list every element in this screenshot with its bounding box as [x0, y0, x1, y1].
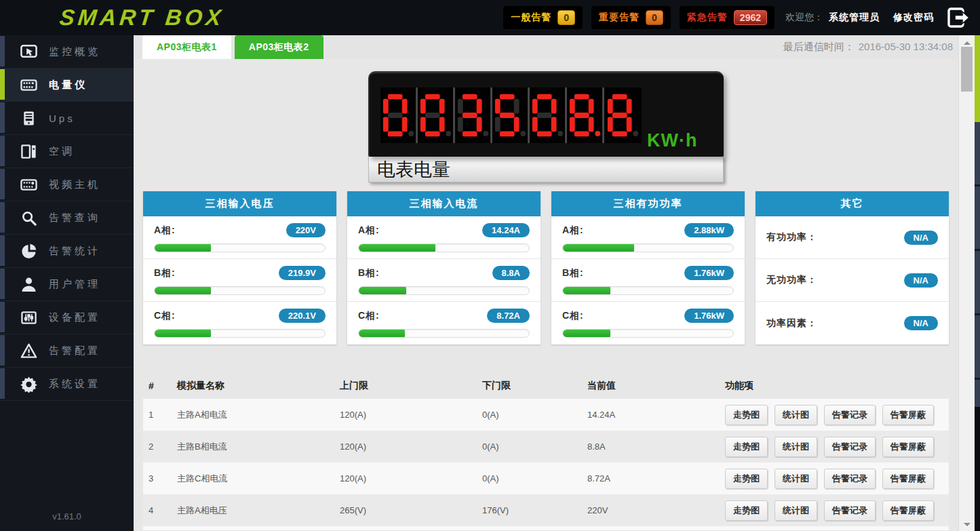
pie-chart-icon	[20, 243, 37, 260]
value-badge: N/A	[904, 316, 938, 330]
gauge-fill	[359, 287, 406, 294]
sidebar-item-label: Ups	[49, 113, 75, 124]
gauge-track	[154, 329, 326, 338]
stats-chart-button[interactable]: 统计图	[775, 405, 817, 425]
metric-row: 无功功率： N/A	[756, 259, 949, 302]
alarm-mask-button[interactable]: 告警屏蔽	[882, 469, 934, 489]
trend-chart-button[interactable]: 走势图	[725, 437, 768, 457]
air-conditioner-icon	[20, 143, 37, 160]
tab-meter2[interactable]: AP03柜电表2	[235, 35, 324, 59]
stats-chart-button[interactable]: 统计图	[775, 437, 817, 457]
value-badge: 1.76kW	[684, 266, 734, 280]
scrollbar-thumb[interactable]	[961, 47, 973, 92]
gauge-fill	[563, 330, 610, 337]
gauge-track	[358, 286, 530, 295]
metric-label: 有功功率：	[766, 231, 817, 243]
sidebar-item-monitor-overview[interactable]: 监控概览	[0, 35, 134, 68]
column-header: 功能项	[725, 380, 943, 392]
meter-digit	[492, 87, 530, 143]
cell-upper-limit: 120(A)	[340, 473, 482, 484]
stats-chart-button[interactable]: 统计图	[775, 500, 817, 521]
sidebar-item-ups[interactable]: Ups	[0, 102, 134, 135]
active-indicator-strip	[0, 202, 5, 233]
alarm-indicator-general[interactable]: 一般告警 0	[503, 6, 583, 29]
alarm-label: 重要告警	[599, 12, 640, 24]
value-badge: N/A	[904, 273, 938, 288]
sidebar-item-alarm-config[interactable]: 告警配置	[0, 334, 134, 368]
alarm-mask-button[interactable]: 告警屏蔽	[882, 437, 934, 457]
gauge-track	[154, 286, 326, 295]
column-header: 模拟量名称	[177, 380, 340, 392]
logout-button[interactable]	[947, 7, 971, 28]
stats-chart-button[interactable]: 统计图	[775, 469, 817, 489]
gauge-track	[154, 243, 326, 252]
phase-label: A相:	[154, 224, 176, 237]
alarm-mask-button[interactable]: 告警屏蔽	[882, 500, 934, 521]
power-meter-icon	[20, 77, 37, 94]
change-password-link[interactable]: 修改密码	[893, 12, 934, 24]
sidebar-item-video-host[interactable]: 视频主机	[0, 168, 134, 201]
sidebar-item-alarm-query[interactable]: 告警查询	[0, 201, 134, 235]
phase-row: B相: 219.9V	[143, 259, 336, 302]
sidebar-item-air-conditioner[interactable]: 空调	[0, 135, 134, 168]
alarm-record-button[interactable]: 告警记录	[824, 500, 876, 521]
gauge-fill	[155, 244, 211, 252]
sidebar-item-device-config[interactable]: 设备配置	[0, 301, 134, 334]
alarm-record-button[interactable]: 告警记录	[824, 437, 876, 457]
sidebar-item-user-management[interactable]: 用户管理	[0, 268, 134, 301]
meter-label: 电表电量	[368, 157, 724, 182]
gauge-fill	[563, 244, 634, 252]
table-row: 4 主路A相电压 265(V) 176(V) 220V 走势图统计图告警记录告警…	[143, 494, 949, 526]
trend-chart-button[interactable]: 走势图	[725, 405, 768, 425]
meter-digit	[530, 87, 567, 143]
vertical-scrollbar[interactable]	[958, 35, 975, 531]
alarm-record-button[interactable]: 告警记录	[824, 405, 876, 425]
alarm-mask-button[interactable]: 告警屏蔽	[882, 405, 934, 425]
main-area: AP03柜电表1AP03柜电表2 最后通信时间：2016-05-30 13:34…	[134, 35, 958, 531]
metric-row: 有功功率： N/A	[756, 216, 949, 259]
meter-digit	[567, 87, 604, 143]
gauge-track	[562, 243, 734, 252]
phase-label: C相:	[562, 310, 584, 322]
alarm-indicator-important[interactable]: 重要告警 0	[591, 6, 671, 29]
meter-digits	[380, 87, 642, 143]
right-edge-strip	[975, 35, 980, 531]
cell-index: 3	[149, 473, 177, 484]
active-indicator-strip	[0, 36, 5, 66]
active-indicator-strip	[0, 269, 5, 299]
cell-lower-limit: 0(A)	[482, 441, 587, 452]
monitor-overview-icon	[20, 43, 37, 60]
value-badge: 1.76kW	[684, 309, 734, 323]
table-rows: 1 主路A相电流 120(A) 0(A) 14.24A 走势图统计图告警记录告警…	[143, 399, 949, 526]
phase-row: C相: 8.72A	[347, 302, 541, 345]
sidebar-item-alarm-statistics[interactable]: 告警统计	[0, 235, 134, 268]
tab-bar: AP03柜电表1AP03柜电表2 最后通信时间：2016-05-30 13:34…	[134, 35, 958, 59]
cell-name: 主路A相电流	[177, 409, 340, 421]
sidebar-item-system-settings[interactable]: 系统设置	[0, 368, 134, 401]
alarm-indicator-critical[interactable]: 紧急告警 2962	[680, 6, 775, 29]
scrollbar-down-arrow[interactable]	[959, 519, 975, 529]
sidebar-item-label: 系统设置	[49, 378, 100, 391]
gauge-fill	[155, 287, 211, 294]
phase-row: A相: 220V	[143, 216, 336, 259]
meter-digit	[455, 87, 492, 143]
table-header: #模拟量名称上门限下门限当前值功能项	[143, 373, 949, 399]
trend-chart-button[interactable]: 走势图	[725, 469, 768, 489]
current-user: 系统管理员	[829, 12, 880, 24]
scrollbar-up-arrow[interactable]	[959, 37, 975, 47]
cell-actions: 走势图统计图告警记录告警屏蔽	[725, 469, 943, 489]
sidebar-item-label: 电量仪	[49, 79, 87, 92]
tab-meter1[interactable]: AP03柜电表1	[142, 35, 231, 59]
table-row: 3 主路C相电流 120(A) 0(A) 8.72A 走势图统计图告警记录告警屏…	[143, 463, 949, 494]
sidebar-item-power-meter[interactable]: 电量仪	[0, 68, 134, 102]
trend-chart-button[interactable]: 走势图	[725, 500, 768, 521]
welcome-label: 欢迎您：	[785, 12, 823, 24]
ups-icon	[20, 110, 37, 127]
cell-current-value: 8.72A	[587, 473, 725, 484]
alarm-count-badge: 0	[557, 10, 575, 25]
column-header: 当前值	[587, 380, 725, 392]
card-other: 其它 有功功率： N/A 无功功率： N/A 功率因素： N/A	[756, 191, 949, 345]
gear-icon	[20, 376, 37, 393]
sliders-icon	[20, 309, 37, 326]
alarm-record-button[interactable]: 告警记录	[824, 469, 876, 489]
